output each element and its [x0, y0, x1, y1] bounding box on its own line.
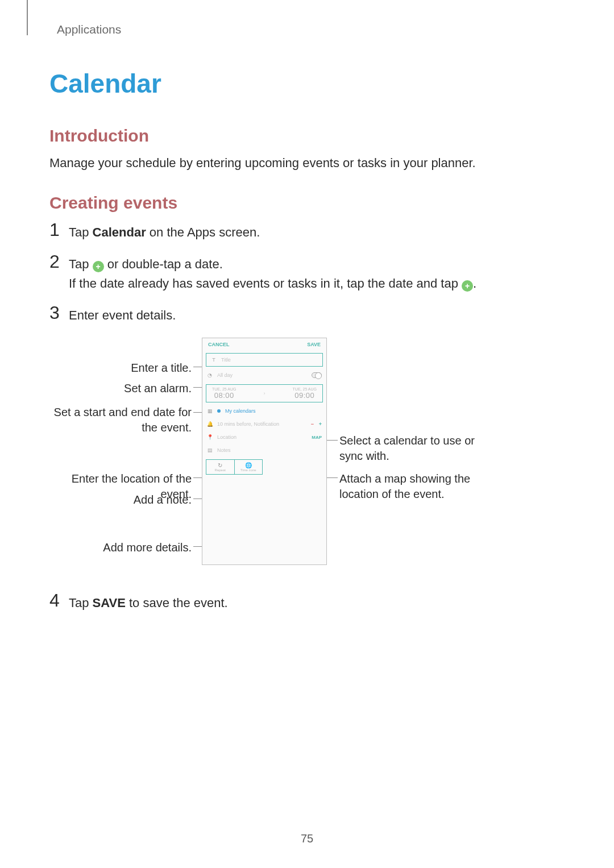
- calendar-icon: ▦: [207, 408, 213, 414]
- step-text-bold: SAVE: [93, 596, 126, 610]
- step-text: Enter event details.: [69, 308, 176, 322]
- location-placeholder: Location: [217, 434, 237, 440]
- step-number: 3: [49, 304, 69, 322]
- map-chip[interactable]: MAP: [312, 435, 322, 440]
- time-range-row[interactable]: TUE, 25 AUG 08:00 › TUE, 25 AUG 09:00: [206, 384, 323, 402]
- section-heading-introduction: Introduction: [49, 126, 560, 146]
- intro-text: Manage your schedule by entering upcomin…: [49, 156, 560, 171]
- more-details-row: ↻ Repeat 🌐 Time zone: [206, 459, 263, 475]
- page-number: 75: [0, 832, 614, 845]
- note-icon: ▤: [207, 447, 213, 453]
- step-text: to save the event.: [126, 596, 228, 610]
- cancel-button[interactable]: CANCEL: [208, 342, 230, 347]
- title-placeholder: Title: [221, 357, 231, 363]
- step-text: .: [473, 276, 476, 290]
- notification-text: 10 mins before, Notification: [217, 421, 279, 427]
- phone-mockup: CANCEL SAVE T Title ◔ All day TUE, 25 AU…: [202, 338, 327, 565]
- callout-set-alarm: Set an alarm.: [49, 381, 192, 396]
- step-text: Tap: [69, 257, 93, 271]
- save-button[interactable]: SAVE: [307, 342, 321, 347]
- callout-select-calendar: Select a calendar to use or sync with.: [339, 433, 487, 464]
- my-calendars-label: My calendars: [225, 408, 256, 414]
- step-number: 4: [49, 591, 69, 609]
- end-date-label: TUE, 25 AUG: [293, 387, 317, 391]
- start-time-block[interactable]: TUE, 25 AUG 08:00: [212, 387, 236, 400]
- start-time-value: 08:00: [212, 391, 236, 400]
- callout-set-dates: Set a start and end date for the event.: [49, 405, 192, 435]
- step-text: Tap: [69, 225, 93, 239]
- remove-notification-button[interactable]: −: [311, 421, 314, 427]
- step-number: 2: [49, 252, 69, 271]
- callout-add-more-details: Add more details.: [49, 540, 192, 555]
- globe-icon: 🌐: [235, 462, 263, 468]
- calendar-color-dot: [217, 409, 221, 413]
- allday-toggle[interactable]: [312, 372, 322, 378]
- callout-add-note: Add a note.: [49, 492, 192, 508]
- end-time-value: 09:00: [293, 391, 317, 400]
- pin-icon: 📍: [207, 434, 213, 440]
- step-text: If the date already has saved events or …: [69, 276, 462, 290]
- calendar-row[interactable]: ▦ My calendars: [202, 405, 326, 418]
- section-heading-creating-events: Creating events: [49, 193, 560, 213]
- plus-icon: +: [462, 280, 473, 292]
- step-3: 3 Enter event details.: [49, 306, 560, 325]
- step-text: Tap: [69, 596, 93, 610]
- clock-icon: ◔: [207, 372, 213, 378]
- notes-placeholder: Notes: [217, 447, 231, 453]
- allday-row: ◔ All day: [202, 369, 326, 382]
- repeat-button[interactable]: ↻ Repeat: [206, 460, 235, 474]
- timezone-label: Time zone: [235, 468, 263, 472]
- callout-line: [193, 546, 202, 547]
- repeat-label: Repeat: [206, 468, 234, 472]
- repeat-icon: ↻: [206, 462, 234, 468]
- page-tab-marker: [27, 0, 28, 35]
- step-4: 4 Tap SAVE to save the event.: [49, 593, 560, 613]
- end-time-block[interactable]: TUE, 25 AUG 09:00: [293, 387, 317, 400]
- location-row[interactable]: 📍 Location MAP: [202, 431, 326, 444]
- breadcrumb: Applications: [57, 23, 560, 36]
- step-number: 1: [49, 221, 69, 239]
- timezone-button[interactable]: 🌐 Time zone: [235, 460, 263, 474]
- notes-row[interactable]: ▤ Notes: [202, 444, 326, 457]
- callout-attach-map: Attach a map showing the location of the…: [339, 471, 487, 502]
- event-details-diagram: Enter a title. Set an alarm. Set a start…: [49, 338, 550, 576]
- bell-icon: 🔔: [207, 421, 213, 427]
- start-date-label: TUE, 25 AUG: [212, 387, 236, 391]
- phone-top-bar: CANCEL SAVE: [202, 338, 326, 351]
- callout-enter-title: Enter a title.: [49, 360, 192, 376]
- add-notification-button[interactable]: +: [319, 421, 322, 427]
- step-text: or double-tap a date.: [104, 257, 223, 271]
- step-text: on the Apps screen.: [146, 225, 260, 239]
- page-title: Calendar: [49, 68, 560, 99]
- text-icon: T: [211, 357, 217, 363]
- allday-label: All day: [217, 372, 233, 378]
- chevron-right-icon: ›: [264, 391, 265, 396]
- step-1: 1 Tap Calendar on the Apps screen.: [49, 223, 560, 242]
- title-field[interactable]: T Title: [206, 353, 323, 367]
- step-text-bold: Calendar: [93, 225, 146, 239]
- notification-row[interactable]: 🔔 10 mins before, Notification − +: [202, 418, 326, 431]
- step-2: 2 Tap + or double-tap a date. If the dat…: [49, 255, 560, 293]
- plus-icon: +: [93, 261, 104, 272]
